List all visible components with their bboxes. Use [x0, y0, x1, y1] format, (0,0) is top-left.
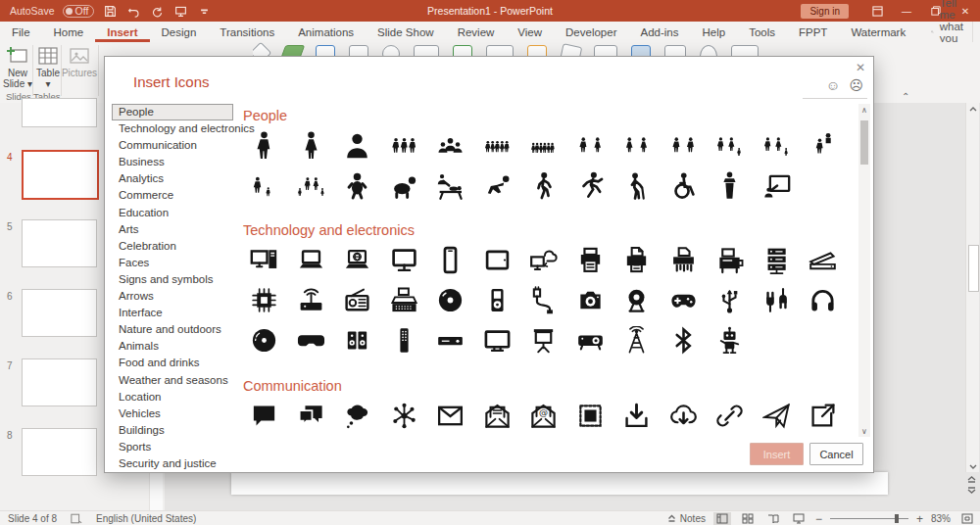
three-men-icon[interactable] [381, 125, 428, 166]
slide-thumbnail-8[interactable] [22, 428, 97, 476]
paper-airplane-icon[interactable] [754, 396, 801, 436]
category-signs-and-symbols[interactable]: Signs and symbols [112, 271, 233, 288]
tablet-icon[interactable] [474, 240, 521, 280]
couple-with-child-icon[interactable] [707, 125, 754, 166]
bluetooth-icon[interactable] [661, 320, 708, 360]
tab-add-ins[interactable]: Add-ins [628, 22, 690, 42]
customize-quick-access-icon[interactable] [196, 3, 212, 19]
thought-cloud-icon[interactable] [334, 396, 381, 436]
insert-button[interactable]: Insert [750, 443, 804, 465]
projector-icon[interactable] [567, 320, 614, 360]
monitor-icon[interactable] [381, 240, 428, 280]
dialog-close-icon[interactable]: ✕ [856, 61, 865, 74]
undo-icon[interactable] [125, 3, 141, 19]
category-technology-and-electronics[interactable]: Technology and electronics [112, 120, 233, 137]
loudspeakers-icon[interactable] [334, 320, 381, 360]
family-with-child-icon[interactable] [754, 125, 801, 166]
tab-home[interactable]: Home [42, 22, 96, 42]
family-with-children-icon[interactable] [288, 166, 335, 206]
elderly-with-cane-icon[interactable] [613, 166, 661, 206]
category-people[interactable]: People [112, 104, 233, 120]
new-slide-button[interactable]: NewSlide ▾ [2, 44, 33, 89]
category-celebration[interactable]: Celebration [112, 238, 233, 255]
scroll-up-icon[interactable] [966, 103, 979, 116]
television-icon[interactable] [474, 320, 521, 360]
computer-chip-icon[interactable] [241, 280, 288, 320]
tab-review[interactable]: Review [446, 22, 507, 42]
collapse-ribbon-icon[interactable]: ⌃ [902, 91, 909, 102]
camera-icon[interactable] [567, 280, 614, 320]
desktop-computer-icon[interactable] [241, 240, 288, 280]
language-indicator[interactable]: English (United States) [96, 513, 196, 524]
tab-design[interactable]: Design [150, 22, 209, 42]
zoom-level[interactable]: 83% [931, 513, 951, 524]
photocopier-icon[interactable] [707, 240, 754, 280]
dialog-scroll-down-icon[interactable]: ∨ [858, 425, 870, 437]
projector-screen-icon[interactable] [520, 320, 567, 360]
normal-view-button[interactable] [713, 512, 731, 525]
usb-symbol-icon[interactable] [707, 280, 754, 320]
category-analytics[interactable]: Analytics [112, 170, 233, 187]
category-business[interactable]: Business [112, 154, 233, 170]
laptop-globe-icon[interactable] [334, 240, 381, 280]
feedback-smile-icon[interactable]: ☺ [826, 78, 840, 92]
media-player-icon[interactable] [474, 280, 521, 320]
remote-control-icon[interactable] [381, 320, 428, 360]
network-nodes-icon[interactable] [381, 396, 428, 436]
radio-tower-icon[interactable] [613, 320, 661, 360]
tab-watermark[interactable]: Watermark [839, 22, 917, 42]
ribbon-display-options-icon[interactable] [862, 0, 892, 22]
headphones-icon[interactable] [800, 280, 847, 320]
tab-fppt[interactable]: FPPT [787, 22, 839, 42]
hyperlink-icon[interactable] [707, 396, 754, 436]
tab-animations[interactable]: Animations [286, 22, 366, 42]
printer-paper-icon[interactable] [613, 240, 661, 280]
postage-stamp-icon[interactable] [567, 396, 614, 436]
dialog-scrollbar[interactable]: ∧ ∨ [858, 104, 870, 437]
canvas-scrollbar[interactable] [965, 103, 979, 472]
autosave-toggle[interactable]: Off [63, 5, 95, 18]
open-mail-letter-icon[interactable] [474, 396, 521, 436]
category-faces[interactable]: Faces [112, 255, 233, 271]
webcam-icon[interactable] [613, 280, 661, 320]
category-arts[interactable]: Arts [112, 221, 233, 238]
tab-slide-show[interactable]: Slide Show [366, 22, 446, 42]
man-with-child-icon[interactable] [241, 166, 288, 206]
scanner-icon[interactable] [800, 240, 847, 280]
category-weather-and-seasons[interactable]: Weather and seasons [112, 372, 233, 389]
sign-in-button[interactable]: Sign in [801, 4, 849, 19]
dialog-scroll-up-icon[interactable]: ∧ [858, 104, 870, 116]
reading-view-button[interactable] [764, 512, 782, 525]
person-crawling-icon[interactable] [474, 166, 521, 206]
vr-headset-icon[interactable] [288, 320, 335, 360]
table-button[interactable]: Table▾ [35, 44, 61, 89]
tab-help[interactable]: Help [690, 22, 737, 42]
laptop-icon[interactable] [288, 240, 335, 280]
compact-disc-icon[interactable] [427, 280, 474, 320]
slideshow-view-button[interactable] [790, 512, 808, 525]
radio-icon[interactable] [334, 280, 381, 320]
envelope-icon[interactable] [427, 396, 474, 436]
next-slide-icon[interactable] [967, 487, 976, 495]
man-and-woman-icon[interactable] [567, 125, 614, 166]
man-icon[interactable] [241, 125, 288, 166]
typewriter-icon[interactable] [381, 280, 428, 320]
category-interface[interactable]: Interface [112, 305, 233, 321]
tab-insert[interactable]: Insert [95, 22, 149, 42]
computer-cloud-sync-icon[interactable] [520, 240, 567, 280]
category-communication[interactable]: Communication [112, 137, 233, 154]
server-rack-icon[interactable] [754, 240, 801, 280]
dialog-scroll-thumb[interactable] [860, 120, 868, 165]
share-arrow-icon[interactable] [800, 396, 847, 436]
notes-button[interactable]: Notes [667, 513, 706, 524]
slide-thumbnail-4[interactable] [22, 150, 99, 200]
person-in-wheelchair-icon[interactable] [661, 166, 708, 206]
woman-icon[interactable] [288, 125, 335, 166]
presenter-at-board-icon[interactable] [754, 166, 801, 206]
pictures-button[interactable]: Pictures [63, 44, 96, 78]
two-women-icon[interactable] [613, 125, 661, 166]
category-buildings[interactable]: Buildings [112, 422, 233, 439]
category-sports[interactable]: Sports [112, 439, 233, 455]
tab-tools[interactable]: Tools [737, 22, 787, 42]
tab-file[interactable]: File [0, 22, 42, 42]
